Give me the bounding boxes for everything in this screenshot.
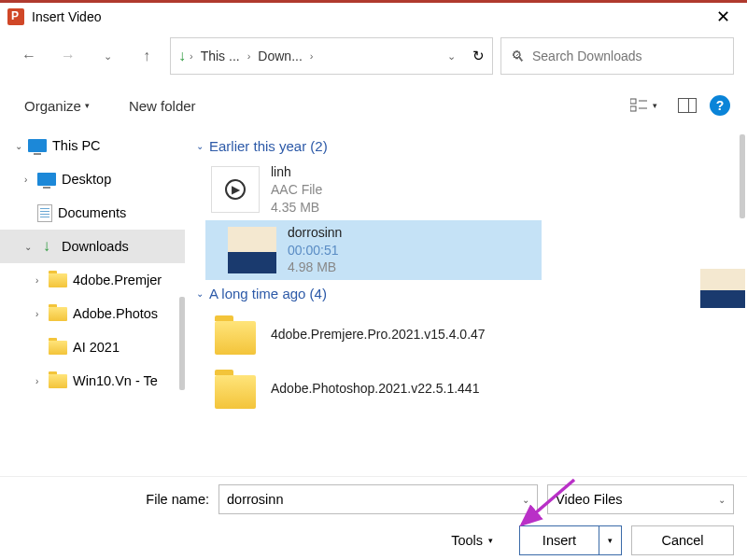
tree-label: Documents <box>58 205 126 220</box>
file-size: 4.35 MB <box>271 199 322 217</box>
search-box[interactable]: 🔍︎ <box>500 37 734 75</box>
file-item-dorrosinn[interactable]: dorrosinn 00:00:51 4.98 MB <box>205 220 542 281</box>
insert-button[interactable]: Insert ▾ <box>519 525 622 555</box>
file-type-select[interactable]: Video Files ⌄ <box>547 484 734 514</box>
tools-dropdown[interactable]: Tools ▾ <box>451 533 493 548</box>
chevron-down-icon: ⌄ <box>15 141 28 151</box>
cancel-label: Cancel <box>661 533 703 548</box>
close-button[interactable]: ✕ <box>707 3 740 31</box>
address-dropdown-icon[interactable]: ⌄ <box>447 50 456 63</box>
organize-button[interactable]: Organize ▾ <box>17 92 97 119</box>
tree-item-folder[interactable]: › 4dobe.Premjer <box>0 263 185 297</box>
path-segment[interactable]: Down... <box>254 47 305 65</box>
up-button[interactable]: ↑ <box>131 40 162 72</box>
new-folder-button[interactable]: New folder <box>121 92 204 119</box>
main-area: ⌄ This PC › Desktop Documents ⌄ ↓ Downlo… <box>0 129 747 476</box>
refresh-button[interactable]: ↻ <box>472 48 485 64</box>
downloads-icon: ↓ <box>178 48 186 64</box>
forward-button[interactable]: → <box>52 40 84 72</box>
view-icon <box>630 98 649 113</box>
search-icon: 🔍︎ <box>511 49 525 64</box>
pc-icon <box>28 139 47 152</box>
file-name: Adobe.Photoshop.2021.v22.5.1.441 <box>271 380 479 398</box>
chevron-right-icon: › <box>35 275 49 286</box>
window-title: Insert Video <box>32 9 101 24</box>
tree-item-folder[interactable]: AI 2021 <box>0 330 185 364</box>
tree-label: Adobe.Photos <box>73 306 158 321</box>
dialog-footer: File name: dorrosinn ⌄ Video Files ⌄ Too… <box>0 476 747 560</box>
tree-item-downloads[interactable]: ⌄ ↓ Downloads <box>0 230 185 263</box>
file-size: 4.98 MB <box>288 259 342 276</box>
tree-label: 4dobe.Premjer <box>73 273 162 287</box>
tree-label: Downloads <box>62 239 129 254</box>
documents-icon <box>37 204 52 222</box>
tree-label: Desktop <box>62 172 111 187</box>
cancel-button[interactable]: Cancel <box>631 525 734 555</box>
preview-pane-button[interactable] <box>678 98 697 113</box>
video-thumbnail <box>228 227 276 273</box>
file-name: linh <box>271 163 322 181</box>
chevron-right-icon: › <box>35 309 49 319</box>
folder-tree: ⌄ This PC › Desktop Documents ⌄ ↓ Downlo… <box>0 129 185 476</box>
file-item-linh[interactable]: linh AAC File 4.35 MB <box>189 160 747 220</box>
file-name: dorrosinn <box>288 224 342 242</box>
dropdown-icon: ▾ <box>85 101 90 110</box>
preview-thumbnail <box>700 269 745 308</box>
group-label: A long time ago (4) <box>209 286 327 301</box>
view-options-button[interactable]: ▾ <box>623 92 665 119</box>
insert-dropdown[interactable]: ▾ <box>599 526 621 554</box>
filename-value: dorrosinn <box>227 492 283 507</box>
tree-label: Win10.Vn - Te <box>73 373 158 388</box>
folder-icon <box>49 273 67 287</box>
filename-label: File name: <box>13 492 209 507</box>
dropdown-icon[interactable]: ⌄ <box>522 495 529 505</box>
file-list: ⌄ Earlier this year (2) linh AAC File 4.… <box>185 129 747 476</box>
tree-item-folder[interactable]: › Adobe.Photos <box>0 297 185 330</box>
file-duration: 00:00:51 <box>288 242 342 259</box>
title-bar: Insert Video ✕ <box>0 0 747 30</box>
powerpoint-icon <box>7 8 24 25</box>
group-header-earlier[interactable]: ⌄ Earlier this year (2) <box>189 133 747 160</box>
group-label: Earlier this year (2) <box>209 138 328 154</box>
help-button[interactable]: ? <box>710 95 730 116</box>
file-type-label: Video Files <box>556 492 622 507</box>
insert-label: Insert <box>520 533 599 548</box>
tree-label: AI 2021 <box>73 340 120 355</box>
tree-label: This PC <box>52 138 101 153</box>
chevron-down-icon: ⌄ <box>196 288 204 299</box>
tree-item-desktop[interactable]: › Desktop <box>0 162 185 196</box>
folder-icon <box>211 365 260 412</box>
folder-icon <box>211 311 260 357</box>
organize-label: Organize <box>24 98 81 114</box>
new-folder-label: New folder <box>129 98 196 114</box>
folder-icon <box>49 341 67 355</box>
path-segment[interactable]: This ... <box>197 47 244 65</box>
chevron-right-icon: › <box>35 376 49 386</box>
chevron-down-icon: ⌄ <box>24 242 37 252</box>
tree-item-documents[interactable]: Documents <box>0 196 185 230</box>
folder-icon <box>49 374 67 388</box>
dropdown-icon: ▾ <box>488 536 493 545</box>
filename-input[interactable]: dorrosinn ⌄ <box>218 484 538 514</box>
file-item-photoshop[interactable]: Adobe.Photoshop.2021.v22.5.1.441 <box>189 361 747 415</box>
address-bar[interactable]: ↓ › This ... › Down... › ⌄ ↻ <box>170 37 493 75</box>
list-scrollbar[interactable] <box>740 134 745 218</box>
folder-icon <box>49 307 67 321</box>
dropdown-icon[interactable]: ⌄ <box>718 495 726 505</box>
svg-rect-1 <box>630 106 636 111</box>
downloads-icon: ↓ <box>37 237 56 256</box>
svg-rect-0 <box>630 99 636 104</box>
group-header-long-ago[interactable]: ⌄ A long time ago (4) <box>189 280 747 307</box>
tree-item-this-pc[interactable]: ⌄ This PC <box>0 129 185 162</box>
back-button[interactable]: ← <box>13 40 45 72</box>
tools-label: Tools <box>451 533 483 548</box>
search-input[interactable] <box>532 49 724 63</box>
navigation-row: ← → ⌄ ↑ ↓ › This ... › Down... › ⌄ ↻ 🔍︎ <box>0 30 747 82</box>
file-name: 4dobe.Premjere.Pro.2021.v15.4.0.47 <box>271 326 486 343</box>
desktop-icon <box>37 173 56 186</box>
chevron-down-icon: ⌄ <box>196 141 204 151</box>
audio-file-icon <box>211 166 260 213</box>
file-item-premiere[interactable]: 4dobe.Premjere.Pro.2021.v15.4.0.47 <box>189 307 747 361</box>
recent-locations-dropdown[interactable]: ⌄ <box>92 40 123 72</box>
tree-item-folder[interactable]: › Win10.Vn - Te <box>0 364 185 398</box>
